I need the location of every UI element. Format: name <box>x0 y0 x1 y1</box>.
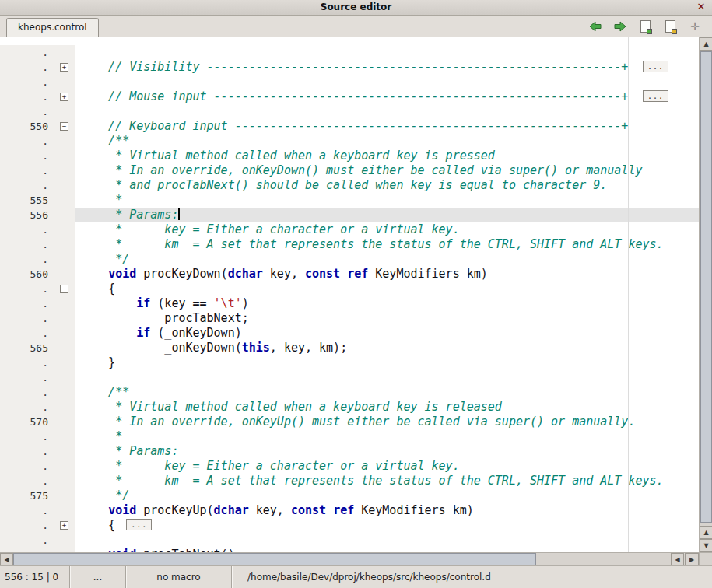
fold-ellipsis[interactable]: ... <box>643 90 668 102</box>
code-token: * Virtual method called when a keyboard … <box>80 400 502 414</box>
code-row: . * Virtual method called when a keyboar… <box>0 149 699 163</box>
code-line[interactable]: * <box>75 193 699 208</box>
code-row: . * <box>0 429 699 444</box>
code-line[interactable]: {... <box>75 518 699 533</box>
code-line[interactable] <box>75 104 699 119</box>
fold-column <box>54 75 75 89</box>
scroll-down-button[interactable]: ▼ <box>700 539 712 552</box>
code-line[interactable]: // Mouse input -------------------------… <box>75 89 699 104</box>
code-line[interactable]: procTabNext; <box>75 311 699 326</box>
fold-column <box>54 237 75 252</box>
code-token: , key, km); <box>270 341 347 355</box>
code-token: * key = Either a character or a virtual … <box>80 459 460 473</box>
line-number: 556 <box>0 208 54 222</box>
horizontal-scrollbar-thumb[interactable] <box>13 553 536 565</box>
code-token: (key <box>150 296 192 310</box>
code-line[interactable]: * and procTabNext() should be called whe… <box>75 178 699 193</box>
code-line[interactable]: _onKeyDown(this, key, km); <box>75 341 699 355</box>
code-area: ..+ // Visibility ----------------------… <box>0 37 699 552</box>
fold-toggle-icon[interactable]: − <box>60 285 68 293</box>
code-line[interactable] <box>75 370 699 385</box>
fold-ellipsis[interactable]: ... <box>126 519 152 530</box>
fold-column <box>54 222 75 237</box>
code-line[interactable] <box>75 45 699 60</box>
code-row: . * In an override, onKeyDown() must eit… <box>0 163 699 178</box>
code-line[interactable]: * Virtual method called when a keyboard … <box>75 149 699 163</box>
code-line[interactable] <box>75 533 699 548</box>
document-yellow-icon <box>665 20 675 33</box>
caret-position: 556 : 15 | 0 <box>0 566 70 588</box>
line-number: . <box>0 134 54 149</box>
code-line[interactable]: * Virtual method called when a keyboard … <box>75 400 699 415</box>
go-back-button[interactable] <box>586 17 605 36</box>
code-token: ref <box>347 267 368 281</box>
line-number: . <box>0 400 54 415</box>
vertical-scrollbar-thumb[interactable] <box>700 51 712 523</box>
code-line[interactable]: * km = A set that represents the status … <box>75 237 699 252</box>
line-number: . <box>0 311 54 326</box>
fold-column: + <box>54 518 75 533</box>
code-row: 575 */ <box>0 488 699 503</box>
code-line[interactable]: // Visibility --------------------------… <box>75 60 699 75</box>
fold-column <box>54 252 75 267</box>
code-line[interactable]: if (key == '\t') <box>75 296 699 311</box>
code-line[interactable]: /** <box>75 134 699 149</box>
tab-strip: kheops.control ✛ <box>0 16 712 37</box>
code-line[interactable]: * Params: <box>75 444 699 459</box>
code-line[interactable]: * In an override, onKeyDown() must eithe… <box>75 163 699 178</box>
code-line[interactable]: */ <box>75 252 699 267</box>
code-token: void <box>108 267 136 281</box>
document-edit-button[interactable] <box>661 17 679 36</box>
code-token: */ <box>80 252 129 266</box>
code-line[interactable]: void procKeyDown(dchar key, const ref Ke… <box>75 267 699 282</box>
code-token <box>340 267 347 281</box>
code-line[interactable]: */ <box>75 488 699 503</box>
fold-toggle-icon[interactable]: + <box>60 521 68 530</box>
fold-column <box>54 163 75 178</box>
code-token: void <box>108 503 136 517</box>
code-row: . * km = A set that represents the statu… <box>0 237 699 252</box>
fold-toggle-icon[interactable]: − <box>60 122 68 131</box>
code-line[interactable]: if (_onKeyDown) <box>75 326 699 341</box>
fold-ellipsis[interactable]: ... <box>643 61 668 72</box>
code-line[interactable]: /** <box>75 385 699 400</box>
code-line[interactable]: void procKeyUp(dchar key, const ref KeyM… <box>75 503 699 518</box>
tab-kheops-control[interactable]: kheops.control <box>6 18 99 37</box>
code-line[interactable]: * key = Either a character or a virtual … <box>75 222 699 237</box>
code-row: . void procKeyUp(dchar key, const ref Ke… <box>0 503 699 518</box>
code-line[interactable]: // Keyboard input ----------------------… <box>75 119 699 134</box>
code-line[interactable] <box>75 75 699 89</box>
close-icon[interactable]: ✕ <box>695 1 707 13</box>
document-save-button[interactable] <box>636 17 654 36</box>
source-editor[interactable]: ..+ // Visibility ----------------------… <box>0 37 699 552</box>
fold-column <box>54 193 75 208</box>
scroll-up-button-bottom[interactable]: ▲ <box>700 526 712 539</box>
code-line[interactable]: { <box>75 282 699 296</box>
scroll-left-button-right[interactable]: ◀ <box>671 553 684 566</box>
code-line[interactable]: * km = A set that represents the status … <box>75 474 699 488</box>
horizontal-scrollbar[interactable]: ◀ ◀ ▶ <box>0 552 699 565</box>
fold-column <box>54 488 75 503</box>
code-token: == <box>193 296 207 310</box>
code-line[interactable]: * Params: <box>75 208 699 222</box>
detach-button[interactable]: ✛ <box>686 17 704 36</box>
line-number: 560 <box>0 267 54 282</box>
scroll-left-button[interactable]: ◀ <box>0 553 13 566</box>
code-row: . if (key == '\t') <box>0 296 699 311</box>
scroll-up-button[interactable]: ▲ <box>700 37 712 51</box>
code-token: if <box>136 296 150 310</box>
code-line[interactable]: } <box>75 355 699 370</box>
line-number: . <box>0 149 54 163</box>
code-line[interactable]: * <box>75 429 699 444</box>
code-line[interactable]: * In an override, onKeyUp() must either … <box>75 415 699 429</box>
code-token <box>80 267 108 281</box>
fold-toggle-icon[interactable]: + <box>60 93 68 101</box>
fold-column <box>54 134 75 149</box>
fold-toggle-icon[interactable]: + <box>60 63 68 72</box>
line-number: . <box>0 503 54 518</box>
scroll-right-button[interactable]: ▶ <box>685 553 699 566</box>
code-row: . /** <box>0 134 699 149</box>
go-forward-button[interactable] <box>611 17 630 36</box>
code-line[interactable]: * key = Either a character or a virtual … <box>75 459 699 474</box>
vertical-scrollbar[interactable]: ▲ ▲ ▼ <box>699 37 712 552</box>
